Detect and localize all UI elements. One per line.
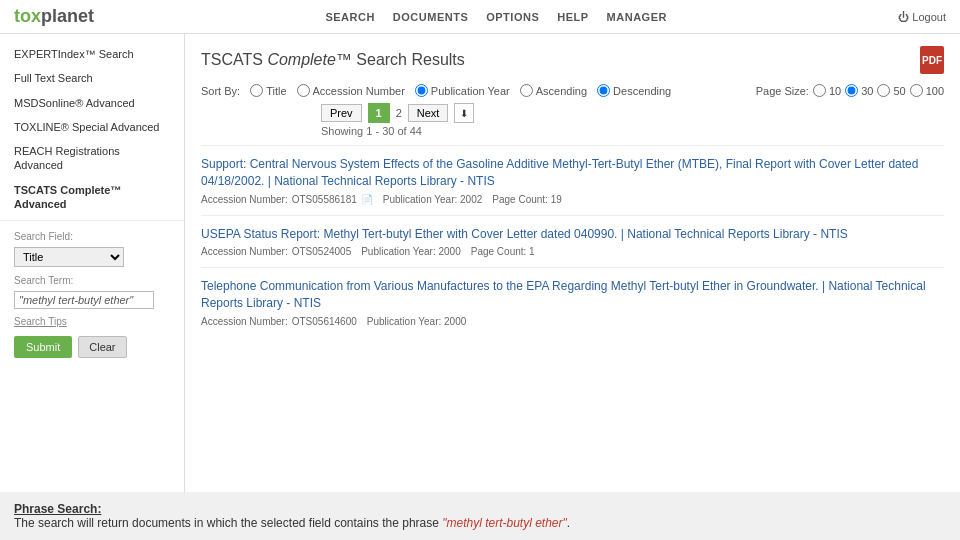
sort-desc-text: Descending — [613, 85, 671, 97]
accession-3: Accession Number: OTS05614600 — [201, 316, 357, 327]
result-title-1[interactable]: Support: Central Nervous System Effects … — [201, 156, 944, 190]
nav-help[interactable]: HELP — [557, 11, 588, 23]
result-item-2: USEPA Status Report: Methyl Tert-butyl E… — [201, 215, 944, 268]
result-item-3: Telephone Communication from Various Man… — [201, 267, 944, 337]
sort-accession-text: Accession Number — [313, 85, 405, 97]
result-meta-3: Accession Number: OTS05614600 Publicatio… — [201, 316, 944, 327]
sort-desc-label[interactable]: Descending — [597, 84, 671, 97]
ps-30-radio[interactable] — [845, 84, 858, 97]
sort-title-text: Title — [266, 85, 286, 97]
main-layout: EXPERTIndex™ Search Full Text Search MSD… — [0, 34, 960, 492]
nav-options[interactable]: OPTIONS — [486, 11, 539, 23]
search-field-dropdown[interactable]: Title Accession Number Publication Year — [14, 247, 124, 267]
search-term-input-wrapper — [14, 291, 170, 309]
title-brand: Complete — [267, 51, 335, 68]
pagination: Prev 1 2 Next ⬇ — [321, 103, 944, 123]
nav-links: SEARCH DOCUMENTS OPTIONS HELP MANAGER — [325, 11, 667, 23]
ps-10-label[interactable]: 10 — [813, 84, 841, 97]
search-field-label: Search Field: — [0, 225, 184, 244]
logo: toxplanet — [14, 6, 94, 27]
sidebar: EXPERTIndex™ Search Full Text Search MSD… — [0, 34, 185, 492]
accession-1: Accession Number: OTS05586181 📄 — [201, 194, 373, 205]
bottom-text: Phrase Search: The search will return do… — [0, 492, 960, 540]
content-area: TSCATS Complete™ Search Results PDF Sort… — [185, 34, 960, 492]
pdf-download-icon[interactable]: PDF — [920, 46, 944, 74]
sort-pubyear-text: Publication Year — [431, 85, 510, 97]
sort-pubyear-radio[interactable] — [415, 84, 428, 97]
sidebar-item-tscats[interactable]: TSCATS Complete™ Advanced — [0, 178, 184, 217]
logo-tox: tox — [14, 6, 41, 26]
accession-2: Accession Number: OTS0524005 — [201, 246, 351, 257]
sort-controls: Sort By: Title Accession Number Publicat… — [201, 84, 944, 97]
submit-button[interactable]: Submit — [14, 336, 72, 358]
showing-text: Showing 1 - 30 of 44 — [321, 125, 944, 137]
pub-year-1: Publication Year: 2002 — [383, 194, 483, 205]
nav-documents[interactable]: DOCUMENTS — [393, 11, 468, 23]
result-meta-2: Accession Number: OTS0524005 Publication… — [201, 246, 944, 257]
sort-accession-radio[interactable] — [297, 84, 310, 97]
description-text: The search will return documents in whic… — [14, 516, 442, 530]
phrase-description: The search will return documents in whic… — [14, 516, 946, 530]
sort-pubyear-label[interactable]: Publication Year — [415, 84, 510, 97]
current-page: 1 — [368, 103, 390, 123]
sort-asc-text: Ascending — [536, 85, 587, 97]
ps-50-label[interactable]: 50 — [877, 84, 905, 97]
sort-by-label: Sort By: — [201, 85, 240, 97]
page-count-1: Page Count: 19 — [492, 194, 562, 205]
content-title: TSCATS Complete™ Search Results — [201, 51, 465, 69]
sidebar-buttons: Submit Clear — [0, 331, 184, 363]
logout-button[interactable]: ⏻ Logout — [898, 11, 946, 23]
pub-year-2: Publication Year: 2000 — [361, 246, 461, 257]
page-count-2: Page Count: 1 — [471, 246, 535, 257]
export-icon[interactable]: ⬇ — [454, 103, 474, 123]
ps-10-radio[interactable] — [813, 84, 826, 97]
top-bar: toxplanet SEARCH DOCUMENTS OPTIONS HELP … — [0, 0, 960, 34]
search-field-select-wrapper: Title Accession Number Publication Year — [14, 247, 170, 267]
result-meta-1: Accession Number: OTS05586181 📄 Publicat… — [201, 194, 944, 205]
nav-manager[interactable]: MANAGER — [607, 11, 667, 23]
sidebar-item-full-text[interactable]: Full Text Search — [0, 66, 184, 90]
pub-year-3: Publication Year: 2000 — [367, 316, 467, 327]
page-size-group: Page Size: 10 30 50 100 — [756, 84, 944, 97]
nav-search[interactable]: SEARCH — [325, 11, 374, 23]
sort-asc-label[interactable]: Ascending — [520, 84, 587, 97]
result-title-3[interactable]: Telephone Communication from Various Man… — [201, 278, 944, 312]
title-prefix: TSCATS — [201, 51, 267, 68]
phrase-label: Phrase Search: — [14, 502, 101, 516]
search-term-input[interactable] — [14, 291, 154, 309]
sort-title-radio[interactable] — [250, 84, 263, 97]
italic-phrase: "methyl tert-butyl ether" — [442, 516, 567, 530]
sort-asc-radio[interactable] — [520, 84, 533, 97]
ps-100-radio[interactable] — [910, 84, 923, 97]
page-size-label: Page Size: — [756, 85, 809, 97]
doc-icon-1: 📄 — [361, 194, 373, 205]
sidebar-item-toxline[interactable]: TOXLINE® Special Advanced — [0, 115, 184, 139]
clear-button[interactable]: Clear — [78, 336, 126, 358]
sort-accession-label[interactable]: Accession Number — [297, 84, 405, 97]
title-suffix: ™ Search Results — [336, 51, 465, 68]
content-header: TSCATS Complete™ Search Results PDF — [201, 46, 944, 74]
period: . — [567, 516, 570, 530]
search-term-label: Search Term: — [0, 270, 184, 288]
sidebar-item-expert-index[interactable]: EXPERTIndex™ Search — [0, 42, 184, 66]
prev-page-button[interactable]: Prev — [321, 104, 362, 122]
result-title-2[interactable]: USEPA Status Report: Methyl Tert-butyl E… — [201, 226, 944, 243]
sort-title-label[interactable]: Title — [250, 84, 286, 97]
result-item-1: Support: Central Nervous System Effects … — [201, 145, 944, 215]
phrase-search-line: Phrase Search: — [14, 502, 946, 516]
ps-30-label[interactable]: 30 — [845, 84, 873, 97]
ps-100-label[interactable]: 100 — [910, 84, 944, 97]
ps-50-radio[interactable] — [877, 84, 890, 97]
page-2-link[interactable]: 2 — [396, 107, 402, 119]
sidebar-item-reach[interactable]: REACH Registrations Advanced — [0, 139, 184, 178]
logo-planet: planet — [41, 6, 94, 26]
search-tips-link[interactable]: Search Tips — [0, 312, 184, 331]
sidebar-item-msds[interactable]: MSDSonline® Advanced — [0, 91, 184, 115]
next-page-button[interactable]: Next — [408, 104, 449, 122]
sort-desc-radio[interactable] — [597, 84, 610, 97]
sidebar-divider — [0, 220, 184, 221]
